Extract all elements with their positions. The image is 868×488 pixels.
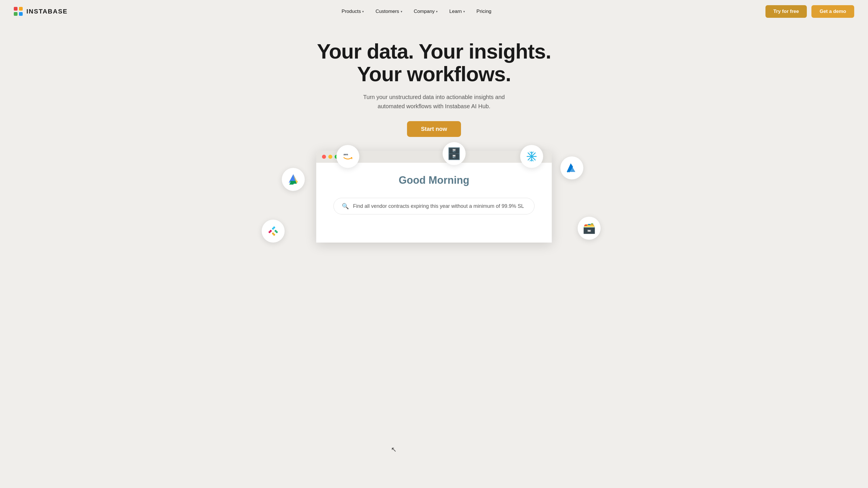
start-now-button[interactable]: Start now: [407, 121, 461, 137]
google-drive-integration-icon: [282, 168, 305, 191]
hero-title-line1: Your data. Your insights.: [317, 40, 551, 63]
chevron-down-icon: ▾: [362, 10, 364, 13]
nav-customers[interactable]: Customers ▾: [371, 6, 407, 17]
logo-text: INSTABASE: [26, 8, 68, 15]
logo-dot-red: [14, 7, 18, 11]
slack-integration-icon: [262, 220, 285, 242]
chevron-down-icon: ▾: [401, 10, 402, 13]
logo-dot-green: [14, 12, 18, 16]
get-demo-button[interactable]: Get a demo: [811, 5, 854, 18]
browser-greeting: Good Morning: [334, 174, 534, 186]
hero-title-line2: Your workflows.: [357, 63, 511, 86]
hero-section: Your data. Your insights. Your workflows…: [0, 23, 868, 242]
browser-dot-red: [322, 155, 326, 159]
nav-pricing[interactable]: Pricing: [472, 6, 496, 17]
logo-icon: [14, 7, 23, 16]
browser-search-bar[interactable]: 🔍 Find all vendor contracts expiring thi…: [334, 198, 534, 215]
nav-learn[interactable]: Learn ▾: [445, 6, 469, 17]
nav-pricing-label: Pricing: [476, 9, 491, 14]
navbar-center: Products ▾ Customers ▾ Company ▾ Learn ▾…: [337, 6, 496, 17]
cursor-icon: ↖: [391, 446, 397, 454]
browser-dot-yellow: [328, 155, 332, 159]
try-for-free-button[interactable]: Try for free: [766, 5, 807, 18]
azure-integration-icon: A: [560, 157, 583, 180]
nav-products[interactable]: Products ▾: [337, 6, 369, 17]
browser-content: Good Morning 🔍 Find all vendor contracts…: [316, 163, 552, 237]
svg-rect-18: [273, 234, 275, 236]
search-query-text: Find all vendor contracts expiring this …: [353, 203, 524, 209]
hero-title: Your data. Your insights. Your workflows…: [317, 40, 551, 86]
svg-rect-16: [276, 231, 278, 233]
logo-area: INSTABASE: [14, 7, 68, 16]
nav-learn-label: Learn: [449, 9, 462, 14]
nav-company[interactable]: Company ▾: [409, 6, 443, 17]
navbar: INSTABASE Products ▾ Customers ▾ Company…: [0, 0, 868, 23]
search-icon: 🔍: [342, 203, 349, 209]
logo-dot-blue: [19, 12, 23, 16]
nav-company-label: Company: [414, 9, 435, 14]
svg-text:A: A: [567, 170, 569, 173]
nav-products-label: Products: [342, 9, 361, 14]
chevron-down-icon: ▾: [463, 10, 465, 13]
logo-dot-yellow: [19, 7, 23, 11]
svg-rect-14: [273, 227, 275, 228]
database2-integration-icon: 🗃️: [578, 217, 600, 240]
navbar-right: Try for free Get a demo: [766, 5, 854, 18]
database-integration-icon: 🗄️: [443, 142, 466, 165]
snowflake-integration-icon: [520, 145, 543, 168]
chevron-down-icon: ▾: [436, 10, 438, 13]
aws-integration-icon: aws: [336, 145, 359, 168]
hero-subtitle: Turn your unstructured data into actiona…: [351, 92, 517, 111]
svg-text:aws: aws: [343, 153, 348, 156]
svg-rect-12: [269, 231, 271, 233]
browser-section: aws 🗄️: [11, 151, 857, 242]
nav-customers-label: Customers: [375, 9, 399, 14]
